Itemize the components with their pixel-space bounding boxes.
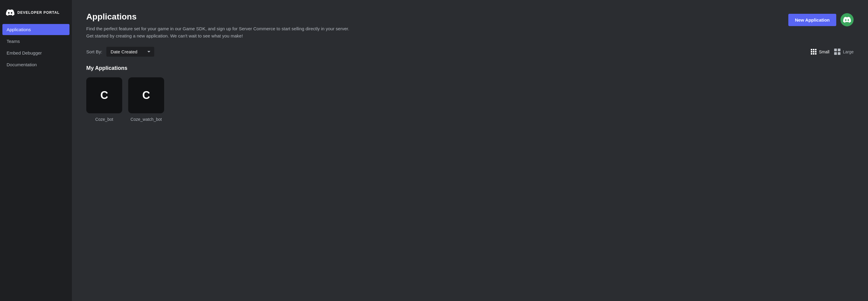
- view-small-option[interactable]: Small: [811, 49, 829, 55]
- sidebar-logo-text: DEVELOPER PORTAL: [18, 10, 60, 15]
- sidebar-item-embed-debugger[interactable]: Embed Debugger: [2, 47, 69, 58]
- sort-right: Small Large: [811, 49, 854, 55]
- sidebar: DEVELOPER PORTAL Applications Teams Embe…: [0, 0, 72, 301]
- app-name: Coze_bot: [95, 117, 113, 122]
- new-application-button[interactable]: New Application: [788, 14, 836, 26]
- page-description: Find the perfect feature set for your ga…: [86, 25, 356, 39]
- small-grid-icon: [811, 49, 816, 55]
- discord-logo-icon: [6, 8, 14, 17]
- sidebar-logo: DEVELOPER PORTAL: [0, 5, 72, 24]
- section-title: My Applications: [86, 65, 854, 71]
- app-card[interactable]: CCoze_bot: [86, 77, 122, 122]
- main-content: Applications Find the perfect feature se…: [72, 0, 868, 301]
- sidebar-nav: Applications Teams Embed Debugger Docume…: [0, 24, 72, 70]
- discord-avatar-icon: [843, 16, 851, 24]
- sort-left: Sort By: Date Created Name: [86, 47, 154, 57]
- avatar[interactable]: [840, 13, 854, 26]
- view-large-label: Large: [843, 50, 854, 54]
- app-name: Coze_watch_bot: [131, 117, 162, 122]
- header-left: Applications Find the perfect feature se…: [86, 12, 788, 39]
- my-applications-section: My Applications CCoze_botCCoze_watch_bot: [86, 65, 854, 122]
- app-icon: C: [128, 77, 164, 113]
- sidebar-item-documentation[interactable]: Documentation: [2, 59, 69, 70]
- view-small-label: Small: [819, 50, 829, 54]
- app-card[interactable]: CCoze_watch_bot: [128, 77, 164, 122]
- sidebar-item-teams[interactable]: Teams: [2, 36, 69, 47]
- page-title: Applications: [86, 12, 788, 22]
- sort-bar: Sort By: Date Created Name S: [86, 47, 854, 57]
- sidebar-item-applications[interactable]: Applications: [2, 24, 69, 35]
- header-right: New Application: [788, 12, 854, 26]
- view-large-option[interactable]: Large: [834, 49, 854, 55]
- sort-select[interactable]: Date Created Name: [106, 47, 154, 57]
- header-row: Applications Find the perfect feature se…: [86, 12, 854, 39]
- sort-label: Sort By:: [86, 49, 102, 54]
- large-grid-icon: [834, 49, 840, 55]
- app-icon: C: [86, 77, 122, 113]
- apps-grid: CCoze_botCCoze_watch_bot: [86, 77, 854, 122]
